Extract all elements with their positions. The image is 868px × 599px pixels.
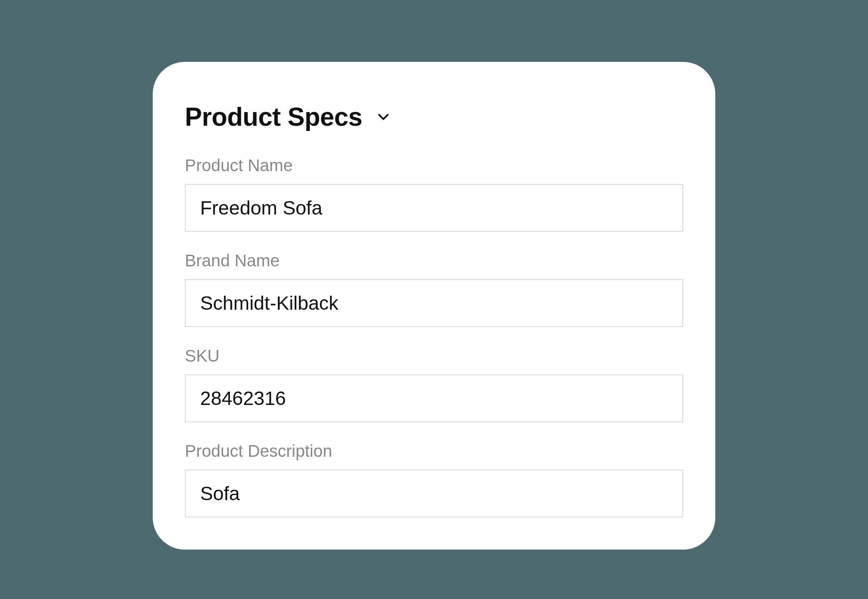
brand-name-label: Brand Name — [185, 251, 683, 270]
brand-name-field-group: Brand Name — [185, 251, 683, 327]
chevron-down-icon — [375, 108, 392, 126]
sku-field-group: SKU — [185, 346, 683, 422]
sku-input[interactable] — [185, 374, 683, 422]
product-description-label: Product Description — [185, 442, 683, 461]
brand-name-input[interactable] — [185, 279, 683, 327]
card-title: Product Specs — [185, 102, 362, 132]
product-name-input[interactable] — [185, 184, 683, 232]
product-specs-card: Product Specs Product Name Brand Name SK… — [153, 62, 715, 550]
product-name-field-group: Product Name — [185, 156, 683, 232]
product-description-field-group: Product Description — [185, 442, 683, 517]
sku-label: SKU — [185, 346, 683, 366]
card-header[interactable]: Product Specs — [185, 102, 683, 132]
product-description-input[interactable] — [185, 470, 683, 517]
product-name-label: Product Name — [185, 156, 683, 175]
